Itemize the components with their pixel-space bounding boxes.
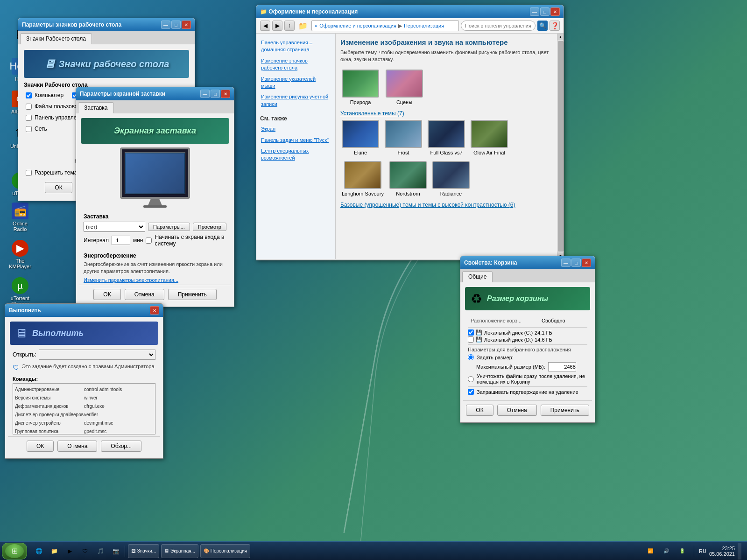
run-commands-scroll[interactable]: Администрирование Версия системы Дефрагм… bbox=[13, 383, 155, 434]
check-userfiles[interactable] bbox=[26, 104, 32, 110]
nav-forward[interactable]: ▶ bbox=[272, 21, 282, 31]
recyclebin-apply-btn[interactable]: Применить bbox=[541, 405, 589, 416]
sidebar-accessibility[interactable]: Центр специальных возможностей bbox=[260, 146, 331, 164]
taskbar-ie[interactable]: 🌐 bbox=[32, 544, 46, 558]
scroll-indicator[interactable]: ▲ ▼ bbox=[557, 34, 564, 259]
screensaver-monitor bbox=[120, 147, 190, 199]
taskbar-win-persona[interactable]: 🎨 Персонализация bbox=[200, 544, 250, 558]
icons-dialog-minimize[interactable]: — bbox=[161, 21, 170, 29]
tray-language[interactable]: RU bbox=[699, 548, 706, 554]
max-size-input[interactable] bbox=[548, 362, 576, 371]
theme-elune[interactable]: Elune bbox=[340, 119, 381, 157]
taskbar-explorer[interactable]: 📁 bbox=[47, 544, 61, 558]
sidebar-account-pic[interactable]: Изменение рисунка учетной записи bbox=[260, 91, 331, 110]
screensaver-titlebar[interactable]: Параметры экранной заставки — □ ✕ bbox=[76, 87, 234, 100]
tray-battery[interactable]: 🔋 bbox=[675, 544, 689, 558]
check-controlpanel[interactable] bbox=[26, 115, 32, 121]
run-ok-btn[interactable]: ОК bbox=[27, 441, 54, 452]
login-screen-check[interactable] bbox=[146, 238, 152, 244]
desktop-icon-radio[interactable]: 📻 Online Radio bbox=[4, 201, 36, 234]
taskbar-media[interactable]: ▶ bbox=[63, 544, 77, 558]
screensaver-preview-btn[interactable]: Просмотр bbox=[193, 223, 226, 231]
radio-delete[interactable] bbox=[468, 376, 474, 382]
cmd-grouppolicy: Групповая политика bbox=[15, 427, 84, 434]
icons-dialog-maximize[interactable]: □ bbox=[171, 21, 181, 29]
sidebar-screen[interactable]: Экран bbox=[260, 124, 331, 134]
taskbar-win-screensaver[interactable]: 🖥 Экранная... bbox=[161, 544, 198, 558]
theme-radiance[interactable]: Radiance bbox=[431, 160, 471, 198]
tray-volume[interactable]: 🔊 bbox=[659, 544, 673, 558]
icons-tab-desktop[interactable]: Значки Рабочего стола bbox=[20, 33, 92, 44]
recyclebin-ok-btn[interactable]: ОК bbox=[466, 405, 493, 416]
sidebar-desktop-icons[interactable]: Изменение значков рабочего стола bbox=[260, 56, 331, 74]
confirm-delete-check[interactable] bbox=[468, 389, 474, 395]
screensaver-minimize[interactable]: — bbox=[200, 90, 210, 98]
screensaver-params-btn[interactable]: Параметры... bbox=[148, 223, 190, 231]
recyclebin-maximize[interactable]: □ bbox=[571, 259, 581, 267]
run-titlebar[interactable]: Выполнить ✕ bbox=[5, 304, 163, 317]
theme-glowair[interactable]: Glow Air Final bbox=[469, 119, 509, 157]
radio-size[interactable] bbox=[468, 354, 474, 360]
nav-back[interactable]: ◀ bbox=[260, 21, 270, 31]
desktop-icon-kmplayer[interactable]: ▶ The KMPlayer bbox=[4, 238, 36, 271]
personalization-minimize[interactable]: — bbox=[530, 7, 539, 16]
sidebar-mouse[interactable]: Изменение указателей мыши bbox=[260, 74, 331, 92]
disk-d-check[interactable] bbox=[468, 336, 474, 343]
recyclebin-close[interactable]: ✕ bbox=[582, 259, 591, 267]
breadcrumb-appearance[interactable]: Оформление и персонализация bbox=[319, 23, 396, 28]
recyclebin-cancel-btn[interactable]: Отмена bbox=[497, 405, 537, 416]
basic-themes-header[interactable]: Базовые (упрощенные) темы и темы с высок… bbox=[340, 202, 559, 208]
sidebar-taskbar[interactable]: Панель задач и меню "Пуск" bbox=[260, 135, 331, 146]
theme-frost[interactable]: Frost bbox=[383, 119, 423, 157]
screensaver-maximize[interactable]: □ bbox=[211, 90, 220, 98]
icons-dialog-close[interactable]: ✕ bbox=[182, 21, 191, 29]
recyclebin-minimize[interactable]: — bbox=[561, 259, 571, 267]
taskbar-security[interactable]: 🛡 bbox=[78, 544, 92, 558]
run-cancel-btn[interactable]: Отмена bbox=[57, 441, 97, 452]
show-desktop-btn[interactable] bbox=[738, 543, 741, 560]
taskbar-camera[interactable]: 📷 bbox=[109, 544, 123, 558]
recyclebin-titlebar[interactable]: Свойства: Корзина — □ ✕ bbox=[460, 256, 595, 269]
check-themes[interactable] bbox=[26, 170, 32, 176]
search-btn[interactable]: 🔍 bbox=[537, 21, 548, 31]
search-input[interactable] bbox=[461, 21, 536, 31]
scroll-thumb[interactable] bbox=[558, 41, 564, 252]
icons-dialog-titlebar[interactable]: Параметры значков рабочего стола — □ ✕ bbox=[18, 18, 195, 31]
personalization-titlebar[interactable]: 📁 Оформление и персонализация — □ ✕ bbox=[256, 5, 564, 18]
recyclebin-tab-general[interactable]: Общие bbox=[462, 271, 493, 282]
run-open-input[interactable] bbox=[39, 350, 155, 360]
personalization-close[interactable]: ✕ bbox=[550, 7, 560, 16]
run-close[interactable]: ✕ bbox=[150, 306, 159, 315]
theme-nordstrom[interactable]: Nordstrom bbox=[388, 160, 428, 198]
breadcrumb-control-panel[interactable]: « bbox=[315, 23, 317, 28]
screensaver-tab[interactable]: Заставка bbox=[78, 102, 114, 113]
check-computer[interactable] bbox=[26, 92, 32, 98]
check-network[interactable] bbox=[26, 126, 32, 132]
sidebar-home[interactable]: Панель управления – домашняя страница bbox=[260, 37, 331, 56]
screensaver-ok-btn[interactable]: ОК bbox=[93, 289, 120, 300]
screensaver-close[interactable]: ✕ bbox=[221, 90, 230, 98]
taskbar-music[interactable]: 🎵 bbox=[93, 544, 107, 558]
breadcrumb-personalization[interactable]: Персонализация bbox=[404, 23, 444, 28]
installed-themes-header[interactable]: Установленные темы (7) bbox=[340, 110, 559, 117]
taskbar-clock[interactable]: 23:25 05.06.2021 bbox=[709, 546, 735, 557]
tray-network[interactable]: 📶 bbox=[643, 544, 657, 558]
interval-input[interactable] bbox=[112, 236, 130, 245]
help-btn[interactable]: ❓ bbox=[550, 21, 560, 31]
disk-c-check[interactable] bbox=[468, 329, 474, 336]
power-save-link[interactable]: Изменить параметры электропитания... bbox=[84, 277, 226, 283]
theme-fullglass[interactable]: Full Glass vs7 bbox=[426, 119, 466, 157]
screensaver-apply-btn[interactable]: Применить bbox=[168, 289, 217, 300]
personalization-maximize[interactable]: □ bbox=[540, 7, 550, 16]
screensaver-select[interactable]: (нет) bbox=[84, 222, 145, 232]
nav-up[interactable]: ↑ bbox=[284, 21, 295, 31]
scroll-up[interactable]: ▲ bbox=[557, 34, 564, 40]
start-button[interactable]: ⊞ bbox=[2, 543, 27, 560]
theme-nature[interactable]: Природа bbox=[340, 68, 381, 106]
icons-ok-btn[interactable]: ОК bbox=[45, 182, 72, 193]
taskbar-win-icons[interactable]: 🖼 Значки... bbox=[128, 544, 159, 558]
screensaver-cancel-btn[interactable]: Отмена bbox=[125, 289, 164, 300]
run-browse-btn[interactable]: Обзор... bbox=[101, 441, 141, 452]
theme-scenes[interactable]: Сцены bbox=[384, 68, 424, 106]
theme-longhorn[interactable]: Longhorn Savoury bbox=[340, 160, 385, 198]
